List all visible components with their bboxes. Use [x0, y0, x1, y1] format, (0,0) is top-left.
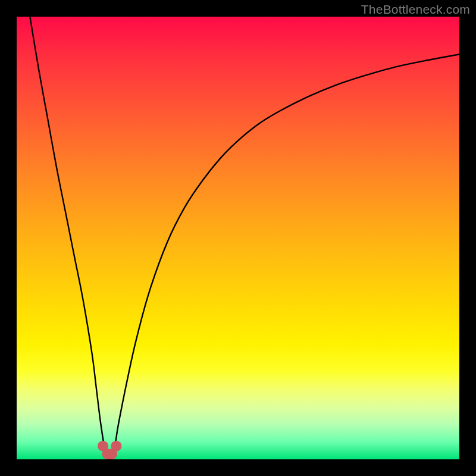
watermark-text: TheBottleneck.com	[361, 2, 470, 17]
chart-frame: TheBottleneck.com	[0, 0, 476, 476]
chart-svg	[17, 17, 459, 459]
curve-marker	[111, 441, 121, 452]
bottleneck-curve	[30, 17, 459, 459]
curve-markers	[98, 441, 121, 459]
plot-area	[17, 17, 459, 459]
